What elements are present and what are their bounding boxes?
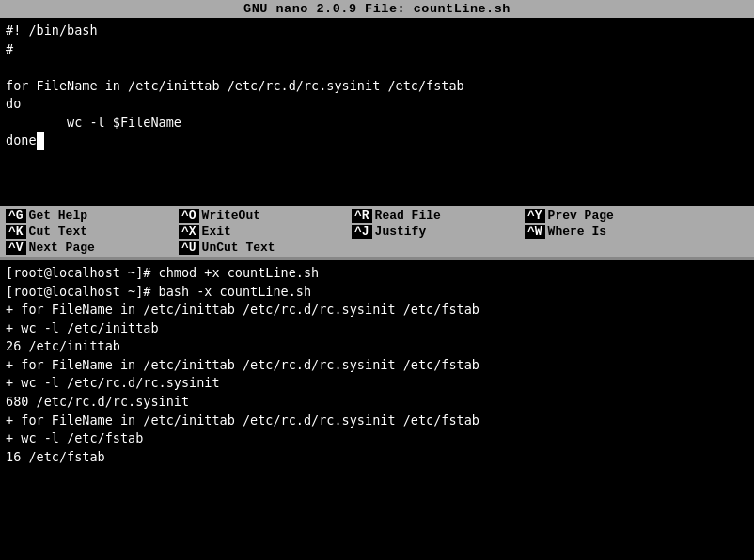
menu-key: ^O [179,209,199,223]
menu-key: ^R [352,209,372,223]
title-right: File: countLine.sh [365,2,511,16]
editor-content: #! /bin/bash # for FileName in /etc/init… [6,22,748,150]
menu-item-next-page[interactable]: ^VNext Page [4,240,173,256]
menu-bar: ^GGet Help^OWriteOut^RRead File^YPrev Pa… [0,206,754,257]
menu-item-exit[interactable]: ^XExit [177,224,346,240]
menu-key: ^J [352,225,372,239]
menu-label: Prev Page [548,209,614,223]
menu-label: Justify [375,225,427,239]
title-bar: GNU nano 2.0.9 File: countLine.sh [0,0,754,18]
menu-key: ^Y [525,209,545,223]
menu-label: UnCut Text [202,241,275,255]
editor-area[interactable]: #! /bin/bash # for FileName in /etc/init… [0,18,754,206]
menu-key: ^V [6,241,26,255]
menu-item-read-file[interactable]: ^RRead File [350,208,519,224]
menu-item-prev-page[interactable]: ^YPrev Page [523,208,692,224]
menu-key: ^U [179,241,199,255]
menu-label: Cut Text [29,225,87,239]
terminal-content: [root@localhost ~]# chmod +x countLine.s… [6,264,748,466]
menu-item-where-is[interactable]: ^WWhere Is [523,224,692,240]
title-left: GNU nano 2.0.9 [243,2,356,16]
menu-key: ^K [6,225,26,239]
menu-item-writeout[interactable]: ^OWriteOut [177,208,346,224]
menu-item-get-help[interactable]: ^GGet Help [4,208,173,224]
menu-key: ^W [525,225,545,239]
terminal-area[interactable]: [root@localhost ~]# chmod +x countLine.s… [0,259,754,470]
menu-item-cut-text[interactable]: ^KCut Text [4,224,173,240]
menu-label: WriteOut [202,209,260,223]
menu-item-uncut-text[interactable]: ^UUnCut Text [177,240,346,256]
menu-label: Get Help [29,209,87,223]
menu-key: ^X [179,225,199,239]
menu-label: Next Page [29,241,95,255]
menu-item-justify[interactable]: ^JJustify [350,224,519,240]
menu-key: ^G [6,209,26,223]
menu-label: Read File [375,209,441,223]
menu-label: Exit [202,225,231,239]
menu-label: Where Is [548,225,606,239]
cursor [37,132,44,150]
